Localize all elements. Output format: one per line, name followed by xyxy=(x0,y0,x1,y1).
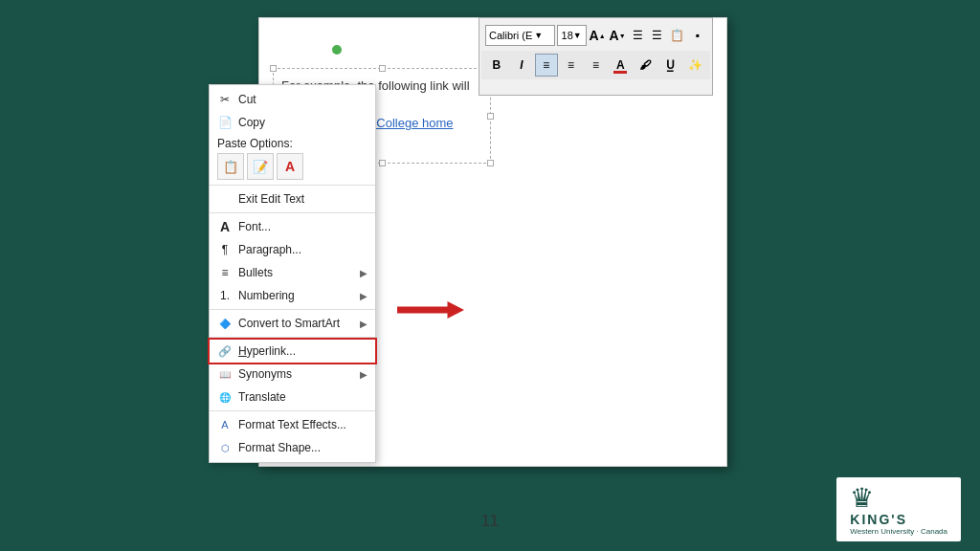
menu-format-text[interactable]: A Format Text Effects... xyxy=(210,413,375,436)
numbering-arrow: ▶ xyxy=(360,291,368,301)
arrow-shaft xyxy=(397,301,464,319)
menu-hyperlink[interactable]: 🔗 Hyperlink... xyxy=(210,340,375,363)
copy-icon: 📄 xyxy=(217,115,233,130)
paste-text-only-btn[interactable]: A xyxy=(277,153,303,180)
menu-cut[interactable]: ✂ Cut xyxy=(210,88,375,111)
kings-subtitle: Western University · Canada xyxy=(850,527,947,536)
format-text-icon: A xyxy=(217,417,233,432)
menu-exit-edit[interactable]: Exit Edit Text xyxy=(210,187,375,210)
kings-logo-box: ♛ KING'S Western University · Canada xyxy=(836,477,961,541)
handle-tl[interactable] xyxy=(270,65,277,72)
separator2 xyxy=(210,212,375,213)
list-btn1[interactable]: ☰ xyxy=(629,25,647,46)
synonyms-label: Synonyms xyxy=(238,367,354,381)
format-shape-label: Format Shape... xyxy=(238,441,368,454)
numbering-icon: 1. xyxy=(217,288,233,303)
cut-icon: ✂ xyxy=(217,92,233,107)
toolbar-row2: B I ≡ ≡ ≡ A 🖌 U̲ ✨ xyxy=(481,51,710,79)
synonyms-icon: 📖 xyxy=(217,366,233,382)
paste-options-section: Paste Options: 📋 📝 A xyxy=(210,134,375,183)
font-label: Font... xyxy=(238,220,368,233)
paste-keep-source-btn[interactable]: 📋 xyxy=(217,153,244,180)
smartart-icon: 🔷 xyxy=(217,316,233,331)
numbering-label: Numbering xyxy=(238,289,354,302)
context-menu: ✂ Cut 📄 Copy Paste Options: 📋 📝 A Exit E… xyxy=(209,84,376,463)
separator5 xyxy=(210,410,375,411)
menu-synonyms[interactable]: 📖 Synonyms ▶ xyxy=(210,363,375,386)
paste-options-label: Paste Options: xyxy=(217,137,368,150)
rotate-handle[interactable] xyxy=(332,45,342,55)
font-size-label: 18 xyxy=(562,30,573,41)
menu-convert-smartart[interactable]: 🔷 Convert to SmartArt ▶ xyxy=(210,312,375,335)
convert-label: Convert to SmartArt xyxy=(238,317,354,330)
hyperlink-icon: 🔗 xyxy=(217,343,233,359)
handle-br[interactable] xyxy=(487,160,494,166)
synonyms-arrow: ▶ xyxy=(360,369,368,380)
decrease-font-btn[interactable]: A▼ xyxy=(609,25,627,46)
kings-logo: ♛ KING'S Western University · Canada xyxy=(836,477,961,541)
translate-icon: 🌐 xyxy=(217,389,233,405)
list-btn2[interactable]: ☰ xyxy=(648,25,666,46)
page-number: 11 xyxy=(481,513,499,530)
exit-edit-label: Exit Edit Text xyxy=(238,192,368,206)
ppt-toolbar: Calibri (E ▼ 18 ▼ A▲ A▼ ☰ ☰ 📋 ▪ B I ≡ ≡ … xyxy=(479,17,713,96)
italic-btn[interactable]: I xyxy=(510,54,533,77)
bullets-icon: ≡ xyxy=(217,265,233,280)
format-shape-icon: ⬡ xyxy=(217,440,233,455)
font-icon: A xyxy=(217,219,233,234)
separator1 xyxy=(210,185,375,186)
menu-format-shape[interactable]: ⬡ Format Shape... xyxy=(210,436,375,459)
font-color-btn[interactable]: A xyxy=(609,54,632,77)
toolbar-row1: Calibri (E ▼ 18 ▼ A▲ A▼ ☰ ☰ 📋 ▪ xyxy=(481,20,710,51)
bullets-label: Bullets xyxy=(238,266,354,279)
hyperlink-label: Hyperlink... xyxy=(238,344,368,358)
separator4 xyxy=(210,337,375,338)
exit-edit-icon xyxy=(217,191,233,207)
paragraph-label: Paragraph... xyxy=(238,243,368,256)
red-arrow xyxy=(397,301,464,319)
align-center-btn[interactable]: ≡ xyxy=(535,54,558,77)
bullets-arrow: ▶ xyxy=(360,268,368,278)
underline-btn[interactable]: U̲ xyxy=(658,54,681,77)
menu-translate[interactable]: 🌐 Translate xyxy=(210,386,375,408)
align-left-btn[interactable]: ≡ xyxy=(560,54,583,77)
paste-merge-btn[interactable]: 📝 xyxy=(247,153,274,180)
font-size-box[interactable]: 18 ▼ xyxy=(557,25,587,46)
paragraph-icon: ¶ xyxy=(217,242,233,257)
menu-bullets[interactable]: ≡ Bullets ▶ xyxy=(210,261,375,284)
handle-tm[interactable] xyxy=(379,65,386,72)
font-size-dropdown-icon[interactable]: ▼ xyxy=(573,31,582,40)
highlight-btn[interactable]: 🖌 xyxy=(634,54,657,77)
kings-crown-icon: ♛ xyxy=(850,485,947,512)
cut-label: Cut xyxy=(238,93,368,106)
bold-btn[interactable]: B xyxy=(485,54,508,77)
menu-paragraph[interactable]: ¶ Paragraph... xyxy=(210,238,375,261)
clipboard-btn[interactable]: 📋 xyxy=(668,25,686,46)
menu-copy[interactable]: 📄 Copy xyxy=(210,111,375,134)
more-btn[interactable]: ▪ xyxy=(688,25,706,46)
menu-font[interactable]: A Font... xyxy=(210,215,375,238)
format-text-label: Format Text Effects... xyxy=(238,418,368,431)
copy-label: Copy xyxy=(238,116,368,129)
font-dropdown-icon[interactable]: ▼ xyxy=(534,31,543,40)
menu-numbering[interactable]: 1. Numbering ▶ xyxy=(210,284,375,307)
separator3 xyxy=(210,309,375,310)
align-right-btn[interactable]: ≡ xyxy=(585,54,608,77)
paste-icons-row: 📋 📝 A xyxy=(217,153,368,180)
kings-title: KING'S xyxy=(850,512,947,527)
translate-label: Translate xyxy=(238,390,368,404)
increase-font-btn[interactable]: A▲ xyxy=(589,25,607,46)
effects-btn[interactable]: ✨ xyxy=(683,54,706,77)
font-name-box[interactable]: Calibri (E ▼ xyxy=(485,25,555,46)
handle-bm[interactable] xyxy=(379,160,386,166)
font-name-label: Calibri (E xyxy=(489,30,532,41)
convert-arrow: ▶ xyxy=(360,319,368,329)
